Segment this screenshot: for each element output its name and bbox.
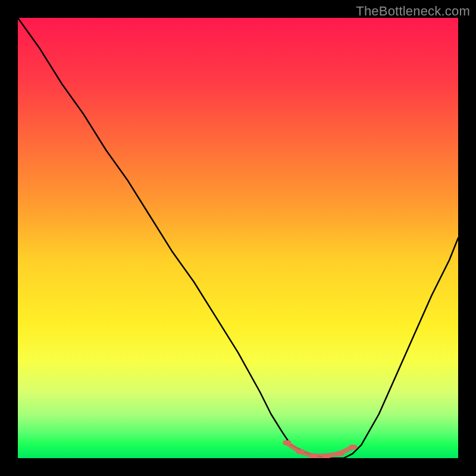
plot-area — [18, 18, 458, 458]
curve-overlay — [18, 18, 458, 458]
marker-dot — [336, 452, 344, 456]
marker-dot — [296, 449, 305, 454]
marker-dot — [283, 440, 291, 445]
chart-frame: TheBottleneck.com — [0, 0, 476, 476]
marker-dot — [349, 445, 357, 450]
marker-dot — [309, 453, 318, 458]
marker-dot — [322, 453, 331, 458]
highlight-band — [283, 440, 357, 458]
watermark-text: TheBottleneck.com — [356, 4, 470, 19]
bottleneck-curve — [18, 18, 458, 458]
